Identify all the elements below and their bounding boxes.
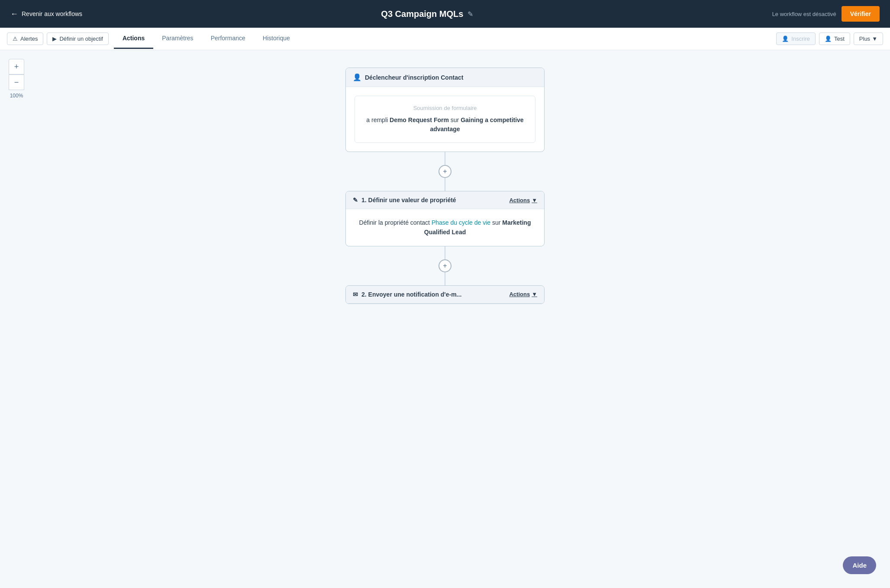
- connector-line-3: [445, 246, 445, 259]
- action-card-1: ✎ 1. Définir une valeur de propriété Act…: [345, 191, 545, 246]
- action-body-link-1[interactable]: Phase du cycle de vie: [432, 219, 490, 226]
- more-label: Plus: [859, 36, 870, 42]
- tab-actions[interactable]: Actions: [114, 29, 153, 49]
- add-action-button-1[interactable]: +: [439, 165, 451, 178]
- zoom-in-button[interactable]: +: [9, 59, 24, 74]
- tab-parametres[interactable]: Paramètres: [153, 29, 202, 49]
- trigger-desc-middle: sur: [449, 116, 461, 123]
- trigger-body: Soumission de formulaire a rempli Demo R…: [346, 87, 544, 152]
- back-arrow-icon: ←: [10, 10, 18, 19]
- contact-icon: 👤: [353, 73, 361, 81]
- action-actions-label-2: Actions: [509, 291, 530, 297]
- inscribe-icon: 👤: [782, 36, 789, 42]
- trigger-inner-card[interactable]: Soumission de formulaire a rempli Demo R…: [355, 96, 535, 143]
- action-actions-label-1: Actions: [509, 197, 530, 204]
- trigger-title: Déclencheur d'inscription Contact: [365, 74, 463, 81]
- header-right: Le workflow est désactivé Vérifier: [772, 6, 880, 22]
- connector-line-1: [445, 152, 445, 165]
- inscribe-label: Inscrire: [791, 36, 810, 42]
- verify-button[interactable]: Vérifier: [842, 6, 880, 22]
- action-mail-icon-2: ✉: [353, 291, 358, 298]
- action-card-2: ✉ 2. Envoyer une notification d'e-m... A…: [345, 285, 545, 304]
- tab-right-actions: 👤 Inscrire 👤 Test Plus ▼: [776, 32, 883, 45]
- alert-icon: ⚠: [13, 36, 18, 42]
- action-actions-button-1[interactable]: Actions ▼: [509, 197, 537, 204]
- trigger-header: 👤 Déclencheur d'inscription Contact: [346, 68, 544, 87]
- zoom-level: 100%: [10, 93, 23, 99]
- trigger-desc-bold1: Demo Request Form: [390, 116, 449, 123]
- workflow-content: 👤 Déclencheur d'inscription Contact Soum…: [0, 50, 890, 588]
- trigger-card: 👤 Déclencheur d'inscription Contact Soum…: [345, 68, 545, 152]
- trigger-description: a rempli Demo Request Form sur Gaining a…: [364, 116, 526, 134]
- back-link[interactable]: ← Revenir aux workflows: [10, 10, 82, 19]
- action-header-left-1: ✎ 1. Définir une valeur de propriété: [353, 197, 456, 204]
- action-header-left-2: ✉ 2. Envoyer une notification d'e-m...: [353, 291, 461, 298]
- workflow-status: Le workflow est désactivé: [772, 11, 836, 17]
- alert-button[interactable]: ⚠ Alertes: [7, 32, 43, 45]
- edit-icon[interactable]: ✎: [468, 10, 473, 18]
- app-header: ← Revenir aux workflows Q3 Campaign MQLs…: [0, 0, 890, 28]
- back-label: Revenir aux workflows: [22, 10, 82, 17]
- inscribe-button: 👤 Inscrire: [776, 32, 816, 45]
- action-actions-button-2[interactable]: Actions ▼: [509, 291, 537, 297]
- chevron-down-icon-2: ▼: [532, 291, 537, 297]
- action-edit-icon-1: ✎: [353, 197, 358, 204]
- form-submission-label: Soumission de formulaire: [364, 105, 526, 111]
- tab-bar: ⚠ Alertes ▶ Définir un objectif Actions …: [0, 28, 890, 50]
- tab-btn-group: ⚠ Alertes ▶ Définir un objectif: [7, 32, 109, 45]
- tab-historique[interactable]: Historique: [254, 29, 299, 49]
- connector-line-2: [445, 178, 445, 191]
- workflow-canvas: + − 100% 👤 Déclencheur d'inscription Con…: [0, 50, 890, 588]
- more-button[interactable]: Plus ▼: [854, 32, 883, 45]
- action-title-2: 2. Envoyer une notification d'e-m...: [361, 291, 461, 298]
- chevron-down-icon-1: ▼: [532, 197, 537, 204]
- alert-label: Alertes: [20, 36, 38, 42]
- workflow-title: Q3 Campaign MQLs: [381, 9, 463, 19]
- action-body-prefix-1: Définir la propriété contact: [359, 219, 432, 226]
- action-header-2: ✉ 2. Envoyer une notification d'e-m... A…: [346, 286, 544, 304]
- action-body-suffix-1: sur: [490, 219, 502, 226]
- action-header-1: ✎ 1. Définir une valeur de propriété Act…: [346, 191, 544, 209]
- action-body-1: Définir la propriété contact Phase du cy…: [346, 209, 544, 246]
- aide-button[interactable]: Aide: [843, 556, 876, 574]
- tab-nav: Actions Paramètres Performance Historiqu…: [114, 29, 774, 49]
- test-label: Test: [834, 36, 845, 42]
- test-button[interactable]: 👤 Test: [819, 32, 850, 45]
- test-icon: 👤: [825, 36, 832, 42]
- trigger-desc-normal: a rempli: [366, 116, 390, 123]
- goal-icon: ▶: [52, 36, 57, 42]
- add-action-button-2[interactable]: +: [439, 259, 451, 272]
- goal-label: Définir un objectif: [59, 36, 103, 42]
- tab-performance[interactable]: Performance: [202, 29, 254, 49]
- goal-button[interactable]: ▶ Définir un objectif: [47, 32, 108, 45]
- header-center: Q3 Campaign MQLs ✎: [82, 9, 772, 19]
- zoom-out-button[interactable]: −: [9, 74, 24, 90]
- zoom-controls: + − 100%: [9, 59, 24, 99]
- connector-line-4: [445, 272, 445, 285]
- chevron-down-icon: ▼: [872, 36, 877, 42]
- action-title-1: 1. Définir une valeur de propriété: [361, 197, 456, 204]
